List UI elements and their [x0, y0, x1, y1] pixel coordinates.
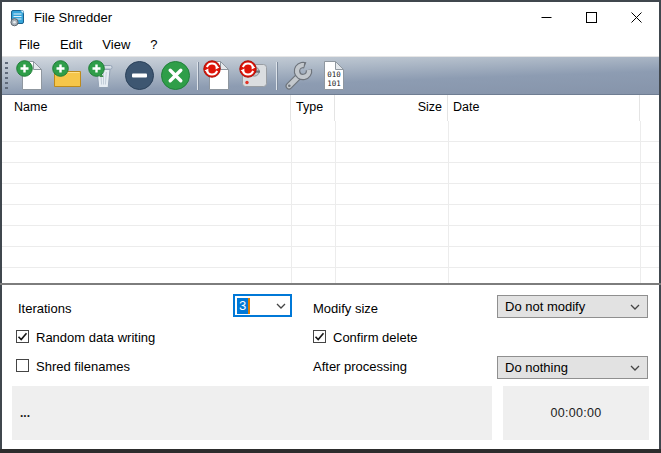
grid-vline [291, 121, 292, 283]
window-title: File Shredder [34, 10, 112, 25]
iterations-combobox[interactable]: 3 [233, 294, 292, 317]
column-header-type[interactable]: Type [291, 95, 335, 121]
grid-vline [640, 121, 641, 283]
shred-free-space-button[interactable] [239, 60, 270, 91]
file-list[interactable] [2, 121, 659, 283]
app-icon [9, 9, 27, 27]
column-header-name[interactable]: Name [2, 95, 291, 121]
binary-data-icon: 010 101 [318, 60, 349, 91]
remove-all-icon [160, 60, 191, 91]
toolbar-separator [276, 62, 277, 90]
plus-badge-icon [16, 60, 33, 77]
minimize-icon [541, 12, 552, 23]
menu-help[interactable]: ? [140, 35, 167, 54]
plus-badge-icon [52, 60, 69, 77]
add-folder-button[interactable] [52, 60, 83, 91]
close-button[interactable] [614, 2, 659, 33]
timer-box: 00:00:00 [503, 386, 649, 440]
checkmark-icon [17, 331, 28, 342]
menu-file[interactable]: File [9, 35, 50, 54]
iterations-value: 3 [237, 298, 248, 314]
shred-filenames-label[interactable]: Shred filenames [36, 359, 130, 374]
after-processing-label: After processing [313, 359, 407, 374]
grid-vline [335, 121, 336, 283]
add-recycle-bin-button[interactable] [88, 60, 119, 91]
toolbar: 010 101 [2, 56, 659, 95]
checkmark-icon [314, 331, 325, 342]
file-list-header: Name Type Size Date [2, 95, 659, 121]
timer-value: 00:00:00 [550, 406, 601, 420]
menu-edit[interactable]: Edit [50, 35, 92, 54]
remove-all-button[interactable] [160, 60, 191, 91]
file-shredder-window: File Shredder File Edit View ? [0, 0, 661, 453]
text-caret [248, 298, 250, 314]
toolbar-separator [197, 62, 198, 90]
toolbar-grip[interactable] [5, 62, 8, 90]
modify-size-label: Modify size [313, 301, 378, 316]
maximize-icon [586, 12, 597, 23]
after-processing-dropdown[interactable]: Do nothing [497, 356, 648, 379]
random-data-writing-label[interactable]: Random data writing [36, 330, 155, 345]
shred-files-button[interactable] [203, 60, 234, 91]
after-processing-value: Do nothing [505, 360, 568, 375]
recycle-badge-icon [239, 60, 257, 78]
status-message: ... [20, 406, 30, 420]
remove-selected-button[interactable] [124, 60, 155, 91]
chevron-down-icon [630, 365, 640, 371]
add-file-button[interactable] [16, 60, 47, 91]
settings-wrench-icon [282, 60, 313, 91]
confirm-delete-label[interactable]: Confirm delete [333, 330, 418, 345]
modify-size-dropdown[interactable]: Do not modify [497, 295, 648, 318]
remove-selected-icon [124, 60, 155, 91]
chevron-down-icon [630, 304, 640, 310]
column-header-date[interactable]: Date [448, 95, 640, 121]
plus-badge-icon [88, 60, 105, 77]
random-data-writing-checkbox[interactable] [16, 330, 29, 343]
svg-text:010: 010 [327, 70, 341, 79]
status-message-box: ... [12, 386, 492, 440]
chevron-down-icon [276, 303, 286, 309]
settings-button[interactable] [282, 60, 313, 91]
shred-filenames-checkbox[interactable] [16, 359, 29, 372]
modify-size-value: Do not modify [505, 299, 585, 314]
iterations-label: Iterations [18, 301, 71, 316]
window-bottom-border [0, 449, 661, 453]
recycle-badge-icon [203, 60, 221, 78]
minimize-button[interactable] [524, 2, 569, 33]
title-bar: File Shredder [2, 2, 659, 33]
window-controls [524, 2, 659, 33]
column-header-spacer [640, 95, 659, 121]
column-header-size[interactable]: Size [335, 95, 448, 121]
maximize-button[interactable] [569, 2, 614, 33]
table-settings-divider [0, 283, 661, 285]
confirm-delete-checkbox[interactable] [313, 330, 326, 343]
svg-text:101: 101 [327, 79, 341, 88]
grid-vline [448, 121, 449, 283]
close-icon [631, 12, 642, 23]
binary-data-button[interactable]: 010 101 [318, 60, 349, 91]
menu-view[interactable]: View [92, 35, 140, 54]
menu-bar: File Edit View ? [2, 33, 659, 56]
